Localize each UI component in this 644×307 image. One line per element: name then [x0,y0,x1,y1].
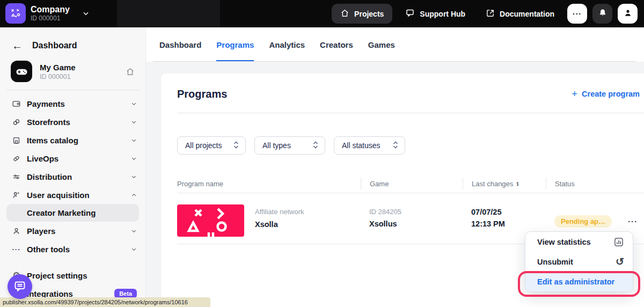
filter-all-statuses[interactable]: All statuses [334,136,405,155]
page: Company ID 000001 Projects Support Hub [0,0,644,307]
storefront-icon [12,118,21,127]
account-button[interactable] [618,4,638,24]
page-title: Programs [177,88,227,100]
column-status: Status [546,178,644,189]
tab-games[interactable]: Games [368,27,395,62]
filter-all-projects[interactable]: All projects [177,136,246,155]
column-game: Game [361,178,463,189]
chevron-down-icon [82,10,90,17]
status-bar-url: publisher.xsolla.com/499397/projects/284… [0,297,210,307]
person-icon [623,8,633,19]
create-program-button[interactable]: + Create program [572,89,640,99]
game-id: ID 000001 [40,72,76,81]
top-bar: Company ID 000001 Projects Support Hub [0,0,644,27]
change-date: 07/07/25 [471,208,546,216]
column-program-name: Program name [177,178,361,189]
liveops-icon [12,154,21,163]
game-id: ID 284205 [369,208,463,216]
gamepad-icon [11,61,32,82]
tab-creators[interactable]: Creators [320,27,353,62]
external-link-icon [486,9,495,19]
game-name: My Game [40,62,76,72]
top-navigation: Projects Support Hub Documentation ··· [332,0,638,27]
chevron-down-icon [131,174,137,180]
sidebar-item-players[interactable]: Players [0,222,145,240]
sliders-icon [12,172,21,181]
tab-analytics[interactable]: Analytics [269,27,305,62]
dots-icon: ··· [12,245,21,253]
undo-icon: ↺ [616,257,624,267]
chat-widget-button[interactable] [8,274,32,299]
sidebar-item-distribution[interactable]: Distribution [0,167,145,186]
change-time: 12:13 PM [471,219,546,229]
tab-bar: Dashboard Programs Analytics Creators Ga… [146,27,644,62]
bell-icon [598,8,608,19]
chat-lines-icon [13,280,26,294]
chevron-down-icon [131,119,137,125]
topbar-panel [117,0,220,27]
ellipsis-icon: ··· [573,11,582,17]
chevron-updown-icon [233,141,239,150]
divider [177,113,644,113]
program-logo [177,204,244,237]
column-last-changes[interactable]: Last changes ▴▾ [463,178,546,189]
status-badge: Pending ap… [554,215,612,228]
chevron-down-icon [131,246,137,252]
chevron-updown-icon [313,141,318,150]
sidebar-item-creator-marketing[interactable]: Creator Marketing [6,204,139,222]
sort-icon: ▴▾ [516,181,518,186]
program-name: Xsolla [255,220,304,229]
chevron-down-icon [131,156,137,162]
game-name: Xsollus [369,219,463,229]
filters-row: All projects All types All statuses [177,136,405,155]
chevron-down-icon [131,137,137,143]
chevron-down-icon [131,228,137,234]
company-name: Company [31,4,70,14]
sidebar-item-liveops[interactable]: LiveOps [0,149,145,167]
sidebar-item-other-tools[interactable]: ··· Other tools [0,240,145,258]
notifications-button[interactable] [592,4,612,24]
plus-icon: + [572,89,577,99]
tab-dashboard[interactable]: Dashboard [159,27,201,62]
chat-bubble-icon [405,8,415,19]
sidebar-nav: Payments Storefronts Items catalog [0,94,145,303]
tab-programs[interactable]: Programs [216,27,254,62]
bar-chart-icon [613,237,624,247]
sidebar-item-items-catalog[interactable]: Items catalog [0,131,145,149]
sidebar: ← Dashboard My Game ID 000001 Payments [0,27,146,307]
menu-item-view-statistics[interactable]: View statistics [525,232,633,252]
chevron-updown-icon [393,141,398,150]
filter-all-types[interactable]: All types [254,136,325,155]
program-category: Affiliate network [255,208,304,216]
menu-item-unsubmit[interactable]: Unsubmit ↺ [525,252,633,272]
sidebar-item-user-acquisition[interactable]: User acquisition [0,186,145,204]
home-icon [340,9,349,19]
wallet-icon [12,99,21,108]
company-id: ID 000001 [31,14,70,23]
company-switcher[interactable]: Company ID 000001 [5,3,90,24]
back-to-dashboard[interactable]: ← Dashboard [0,27,145,51]
sidebar-item-storefronts[interactable]: Storefronts [0,113,145,131]
support-hub-button[interactable]: Support Hub [398,4,473,24]
back-label: Dashboard [32,41,77,50]
home-icon[interactable] [126,67,135,76]
back-arrow-icon: ← [12,40,23,51]
sidebar-item-payments[interactable]: Payments [0,94,145,113]
projects-button[interactable]: Projects [332,4,392,24]
row-actions-button[interactable]: ··· [628,215,638,228]
menu-item-edit-as-administrator[interactable]: Edit as administrator [525,272,633,291]
more-menu-button[interactable]: ··· [567,4,587,24]
chevron-up-icon [131,192,137,198]
table-header: Program name Game Last changes ▴▾ Status [177,174,644,193]
divider [6,90,139,90]
context-menu: View statistics Unsubmit ↺ Edit as admin… [525,231,633,292]
documentation-button[interactable]: Documentation [478,4,562,24]
current-game[interactable]: My Game ID 000001 [11,61,135,82]
person-icon [12,226,21,236]
catalog-icon [12,136,21,145]
chevron-down-icon [131,101,137,107]
company-logo-icon [5,3,26,24]
user-plus-icon [12,191,21,200]
